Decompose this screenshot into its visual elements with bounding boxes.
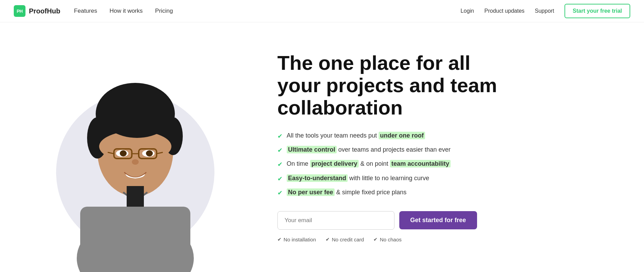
svg-point-12 — [120, 150, 127, 156]
highlight-5: No per user fee — [287, 188, 335, 196]
sub-label-installation: ✔ No installation — [277, 237, 316, 242]
nav-support[interactable]: Support — [535, 8, 554, 14]
bullet-item-1: ✔ All the tools your team needs put unde… — [277, 131, 498, 141]
email-input[interactable] — [277, 211, 394, 230]
check-icon-5: ✔ — [277, 189, 283, 197]
bullet-item-4: ✔ Easy-to-understand with little to no l… — [277, 174, 498, 183]
highlight-3b: team accountability — [390, 160, 451, 167]
nav-how-it-works[interactable]: How it works — [109, 8, 142, 14]
sub-check-1: ✔ — [277, 237, 282, 242]
highlight-1: under one roof — [379, 132, 425, 139]
hero-section: The one place for all your projects and … — [0, 22, 644, 272]
hero-content: The one place for all your projects and … — [271, 31, 518, 263]
highlight-4: Easy-to-understand — [287, 174, 348, 182]
check-icon-1: ✔ — [277, 132, 283, 141]
check-icon-4: ✔ — [277, 175, 283, 183]
bullet-item-2: ✔ Ultimate control over teams and projec… — [277, 145, 498, 155]
nav-right: Login Product updates Support Start your… — [461, 4, 630, 18]
get-started-button[interactable]: Get started for free — [399, 211, 477, 229]
highlight-3a: project delivery — [310, 160, 359, 167]
start-trial-button[interactable]: Start your free trial — [564, 4, 630, 18]
logo-icon: PH — [14, 5, 25, 17]
sub-labels: ✔ No installation ✔ No credit card ✔ No … — [277, 237, 498, 242]
sub-label-credit-card: ✔ No credit card — [326, 237, 364, 242]
logo-link[interactable]: PH ProofHub — [14, 5, 60, 17]
hero-title: The one place for all your projects and … — [277, 52, 498, 119]
hero-person — [66, 52, 204, 272]
highlight-2: Ultimate control — [287, 146, 337, 153]
sub-label-chaos: ✔ No chaos — [373, 237, 401, 242]
sub-check-3: ✔ — [373, 237, 378, 242]
bullet-list: ✔ All the tools your team needs put unde… — [277, 131, 498, 197]
nav-login[interactable]: Login — [461, 8, 474, 14]
svg-point-19 — [132, 159, 139, 165]
svg-point-9 — [100, 86, 174, 138]
navbar: PH ProofHub Features How it works Pricin… — [0, 0, 644, 22]
check-icon-3: ✔ — [277, 160, 283, 169]
person-illustration — [70, 59, 201, 272]
hero-image-area — [0, 22, 271, 272]
svg-rect-20 — [127, 186, 144, 207]
nav-features[interactable]: Features — [74, 8, 97, 14]
nav-pricing[interactable]: Pricing — [155, 8, 173, 14]
check-icon-2: ✔ — [277, 146, 283, 155]
bullet-item-5: ✔ No per user fee & simple fixed price p… — [277, 188, 498, 197]
cta-row: Get started for free — [277, 211, 498, 230]
svg-rect-1 — [80, 207, 190, 272]
sub-check-2: ✔ — [326, 237, 330, 242]
logo-text: ProofHub — [29, 7, 60, 15]
nav-links: Features How it works Pricing — [74, 8, 173, 14]
bullet-item-3: ✔ On time project delivery & on point te… — [277, 160, 498, 169]
nav-product-updates[interactable]: Product updates — [484, 8, 525, 14]
svg-point-13 — [146, 150, 153, 156]
